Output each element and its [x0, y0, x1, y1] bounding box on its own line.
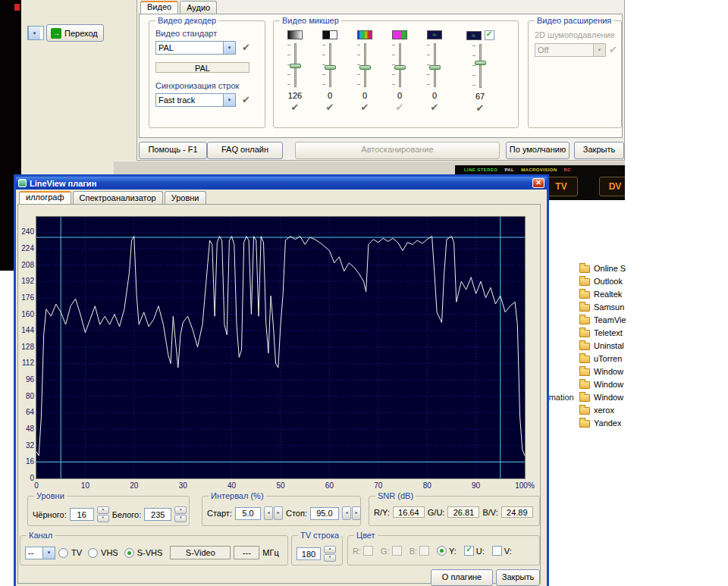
close-dialog-button[interactable]: Закрыть: [574, 142, 624, 159]
radio-y[interactable]: Y:: [437, 546, 457, 556]
folder-item[interactable]: Window: [579, 390, 626, 403]
folder-icon: [579, 278, 590, 286]
stop-input[interactable]: 95.0: [310, 507, 339, 520]
tab-audio[interactable]: Аудио: [180, 1, 217, 14]
folder-item[interactable]: Window: [579, 378, 626, 390]
video-standard-select[interactable]: PAL ▼: [155, 41, 236, 55]
defaults-button[interactable]: По умолчанию: [506, 142, 570, 159]
radio-svhs[interactable]: [124, 548, 134, 558]
folder-item[interactable]: Uninstal: [579, 339, 626, 352]
folder-item[interactable]: TeamVie: [579, 313, 626, 326]
color-item-label: Y:: [449, 547, 457, 556]
spin-left-button[interactable]: ◂: [264, 506, 273, 520]
radio-control[interactable]: [437, 546, 447, 556]
tab-video[interactable]: Видео: [140, 1, 178, 14]
x-axis-label: 60: [315, 481, 343, 490]
folder-item[interactable]: uTorren: [579, 352, 626, 365]
waveform-slider[interactable]: [472, 42, 488, 89]
tv-line-group: TV строка 180 ▴▾: [291, 535, 343, 566]
hue-slider[interactable]: [356, 42, 373, 89]
spin-right-button[interactable]: ▸: [274, 506, 283, 520]
close-plugin-button[interactable]: Закрыть: [496, 569, 540, 586]
tab-spectrum-analyzer[interactable]: Спектроанализатор: [73, 191, 163, 204]
x-axis-label: 80: [413, 481, 441, 490]
folder-item[interactable]: Window: [579, 365, 626, 378]
x-axis-label: 50: [267, 481, 294, 490]
spin-down-button[interactable]: ▾: [324, 554, 336, 562]
tv-button[interactable]: TV: [544, 177, 578, 196]
saturation-icon: [392, 30, 407, 39]
toolbar-dropdown[interactable]: ▼: [27, 26, 44, 40]
folder-item[interactable]: Outlook: [579, 274, 626, 287]
slider-thumb[interactable]: [394, 65, 406, 70]
snr-bv-value: 24.89: [501, 506, 533, 518]
white-level-input[interactable]: 235: [144, 508, 171, 521]
tv-line-input[interactable]: 180: [297, 547, 321, 560]
slider-thumb[interactable]: [429, 65, 441, 70]
slider-value: 0: [432, 91, 437, 100]
y-axis-label: 224: [21, 244, 34, 252]
checkbox-control[interactable]: [464, 546, 474, 556]
help-button[interactable]: Помощь - F1: [139, 142, 207, 159]
spin-up-button[interactable]: ▴: [174, 506, 187, 514]
mixer-channel: ≈ 67 ✔: [456, 30, 504, 113]
faq-online-button[interactable]: FAQ онлайн: [207, 142, 283, 159]
slider-thumb[interactable]: [290, 64, 301, 68]
line-sync-select[interactable]: Fast track ▼: [155, 93, 236, 107]
radio-tv[interactable]: [58, 548, 68, 558]
sharpness-icon: ≈: [427, 30, 442, 39]
folder-item[interactable]: Online S: [579, 262, 626, 274]
sharpness-slider[interactable]: [426, 42, 443, 89]
close-button[interactable]: ✕: [532, 178, 544, 188]
svideo-box[interactable]: S-Video: [170, 546, 231, 559]
video-mixer-group: Видео микшер 126 ✔ 0 ✔ 0 ✔: [273, 20, 519, 128]
lineview-window: LineView плагин ✕ иллограф Спектроанализ…: [14, 174, 549, 586]
spin-left-button[interactable]: ◂: [342, 506, 351, 520]
chevron-down-icon: ▼: [593, 44, 605, 56]
black-level-input[interactable]: 16: [70, 508, 94, 521]
saturation-slider[interactable]: [391, 42, 408, 89]
dv-button[interactable]: DV: [599, 177, 625, 196]
titlebar[interactable]: LineView плагин ✕: [16, 177, 547, 190]
radio-vhs-label: VHS: [101, 548, 118, 557]
spin-down-button[interactable]: ▾: [97, 515, 109, 522]
radio-vhs[interactable]: [88, 548, 98, 558]
folder-label: Online S: [594, 264, 626, 273]
folder-item[interactable]: Teletext: [579, 326, 626, 339]
spin-up-button[interactable]: ▴: [324, 546, 336, 553]
folder-item[interactable]: Samsun: [579, 300, 626, 313]
brightness-slider[interactable]: [287, 42, 303, 89]
spin-right-button[interactable]: ▸: [352, 506, 361, 520]
screen: ▼ → Переход LINE STEREO PAL MACROVISION …: [0, 0, 728, 586]
waveform-checkbox[interactable]: [485, 30, 494, 40]
status-indicator: LINE STEREO: [464, 168, 497, 172]
channel-select[interactable]: -- ▼: [25, 547, 55, 559]
radio-tv-label: TV: [71, 548, 82, 557]
tab-levels[interactable]: Уровни: [165, 191, 206, 204]
slider-thumb[interactable]: [359, 65, 371, 70]
spin-down-button[interactable]: ▾: [174, 515, 187, 522]
video-extensions-group: Видео расширения 2D шумоподавление Off ▼…: [528, 20, 622, 128]
slider-value: 0: [397, 91, 402, 100]
start-input[interactable]: 5.0: [235, 507, 261, 520]
group-title: SNR (dB): [375, 491, 416, 500]
checkbox-control[interactable]: [492, 546, 502, 556]
slider-thumb[interactable]: [475, 61, 486, 65]
folder-item[interactable]: Realtek: [579, 287, 626, 300]
slider-value: 0: [328, 91, 332, 100]
folder-item[interactable]: xerox: [579, 403, 626, 416]
checkbox-u[interactable]: U:: [464, 546, 485, 556]
checkbox-v[interactable]: V:: [492, 546, 512, 556]
check-icon: ✔: [609, 45, 617, 55]
spin-up-button[interactable]: ▴: [97, 506, 109, 514]
contrast-slider[interactable]: [322, 42, 338, 89]
tab-oscillograph[interactable]: иллограф: [19, 191, 71, 204]
status-indicator-row: LINE STEREO PAL MACROVISION RC: [464, 168, 571, 172]
slider-thumb[interactable]: [325, 65, 336, 70]
oscillograph-page: 0163248648096112128144160176192208224240…: [17, 204, 541, 584]
folder-item[interactable]: Yandex: [579, 416, 626, 429]
group-title: Видео микшер: [280, 16, 341, 25]
perehod-button[interactable]: → Переход: [46, 24, 104, 42]
folder-label: xerox: [594, 406, 614, 415]
about-plugin-button[interactable]: О плагине: [431, 569, 493, 586]
